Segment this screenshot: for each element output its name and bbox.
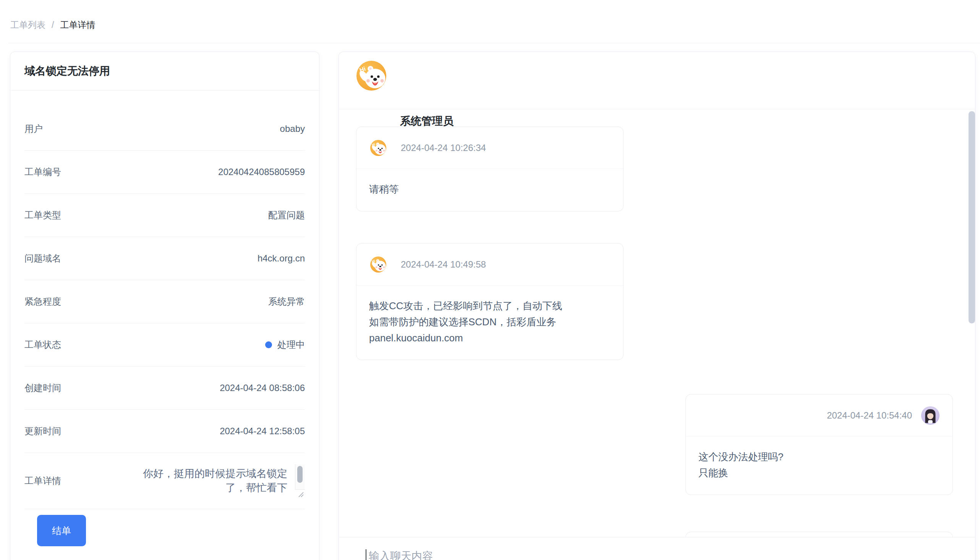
admin-avatar — [357, 61, 386, 91]
field-value: 20240424085805959 — [218, 167, 305, 177]
field-value: obaby — [280, 123, 305, 134]
chat-input[interactable]: 输入聊天内容 — [365, 549, 433, 560]
message-timestamp: 2024-04-24 10:54:40 — [827, 410, 912, 421]
breadcrumb-current: 工单详情 — [60, 19, 95, 31]
admin-avatar — [370, 140, 386, 156]
message-text: 请稍等 — [357, 169, 623, 211]
message-header: 2024-04-24 10:26:34 — [357, 127, 623, 169]
message-header — [686, 532, 952, 537]
ticket-detail-text: 你好，挺用的时候提示域名锁定了，帮忙看下 — [136, 467, 287, 493]
textarea-scrollbar-thumb[interactable] — [297, 466, 302, 483]
field-label: 紧急程度 — [25, 295, 61, 308]
ticket-fields: 用户 obaby 工单编号 20240424085805959 工单类型 配置问… — [10, 91, 319, 546]
field-label: 工单编号 — [25, 166, 61, 178]
chat-header: 系统管理员 与 系统管理员 的对话 — [339, 52, 975, 109]
chat-scrollbar[interactable] — [968, 111, 975, 323]
message-timestamp: 2024-04-24 10:49:58 — [401, 259, 486, 270]
field-label: 工单类型 — [25, 209, 61, 221]
chat-input-placeholder: 输入聊天内容 — [369, 549, 433, 560]
chat-panel: 系统管理员 与 系统管理员 的对话 2024-04-24 10:26:34 请稍… — [339, 52, 975, 560]
chat-message-admin: 2024-04-24 10:49:58 触发CC攻击，已经影响到节点了，自动下线… — [356, 243, 623, 360]
message-header: 2024-04-24 10:49:58 — [357, 243, 623, 285]
field-value: 2024-04-24 08:58:06 — [220, 383, 305, 393]
status-text: 处理中 — [277, 339, 305, 351]
breadcrumb-link-ticket-list[interactable]: 工单列表 — [10, 19, 45, 31]
user-avatar — [921, 406, 940, 425]
ticket-title: 域名锁定无法停用 — [25, 64, 305, 78]
ticket-detail-textarea[interactable]: 你好，挺用的时候提示域名锁定了，帮忙看下 — [132, 465, 305, 497]
field-row-status: 工单状态 处理中 — [25, 323, 305, 367]
field-row-created: 创建时间 2024-04-24 08:58:06 — [25, 367, 305, 410]
field-row-ticket-no: 工单编号 20240424085805959 — [25, 151, 305, 194]
chat-input-area: 输入聊天内容 — [339, 537, 975, 560]
message-text: 这个没办法处理吗? 只能换 — [686, 437, 952, 495]
field-value: 系统异常 — [268, 295, 305, 308]
field-row-ticket-type: 工单类型 配置问题 — [25, 194, 305, 237]
message-timestamp: 2024-04-24 10:26:34 — [401, 143, 486, 153]
message-text: 触发CC攻击，已经影响到节点了，自动下线 如需带防护的建议选择SCDN，括彩盾业… — [357, 285, 623, 360]
header-divider — [8, 43, 980, 43]
textarea-scrollbar[interactable] — [295, 465, 305, 490]
status-dot-icon — [265, 342, 272, 348]
breadcrumb: 工单列表 / 工单详情 — [10, 19, 95, 31]
breadcrumb-separator: / — [51, 20, 54, 30]
field-value: 2024-04-24 12:58:05 — [220, 426, 305, 437]
field-label: 创建时间 — [25, 382, 61, 394]
field-row-domain: 问题域名 h4ck.org.cn — [25, 237, 305, 280]
admin-avatar — [370, 257, 386, 273]
close-ticket-button[interactable]: 结单 — [37, 515, 86, 546]
field-label: 工单状态 — [25, 339, 61, 351]
field-value: h4ck.org.cn — [257, 253, 305, 264]
field-row-detail: 工单详情 你好，挺用的时候提示域名锁定了，帮忙看下 — [25, 453, 305, 509]
ticket-detail-card: 域名锁定无法停用 用户 obaby 工单编号 20240424085805959… — [10, 52, 319, 560]
chat-message-user-partial — [686, 532, 953, 537]
chat-message-list: 2024-04-24 10:26:34 请稍等 2024-04-24 10:49… — [339, 109, 975, 537]
field-value-status: 处理中 — [265, 339, 305, 351]
field-row-user: 用户 obaby — [25, 107, 305, 151]
chat-message-admin: 2024-04-24 10:26:34 请稍等 — [356, 127, 623, 212]
ticket-card-header: 域名锁定无法停用 — [10, 52, 319, 91]
field-value: 配置问题 — [268, 209, 305, 221]
field-row-updated: 更新时间 2024-04-24 12:58:05 — [25, 410, 305, 453]
field-label: 工单详情 — [25, 475, 61, 487]
field-label: 问题域名 — [25, 252, 61, 265]
field-row-urgency: 紧急程度 系统异常 — [25, 280, 305, 323]
field-label: 用户 — [25, 123, 43, 135]
text-cursor — [365, 549, 366, 560]
field-label: 更新时间 — [25, 425, 61, 437]
resize-handle-icon[interactable] — [297, 491, 304, 497]
chat-message-user: 2024-04-24 10:54:40 这个没办法处理吗? 只能换 — [686, 394, 953, 495]
message-header: 2024-04-24 10:54:40 — [686, 395, 952, 437]
